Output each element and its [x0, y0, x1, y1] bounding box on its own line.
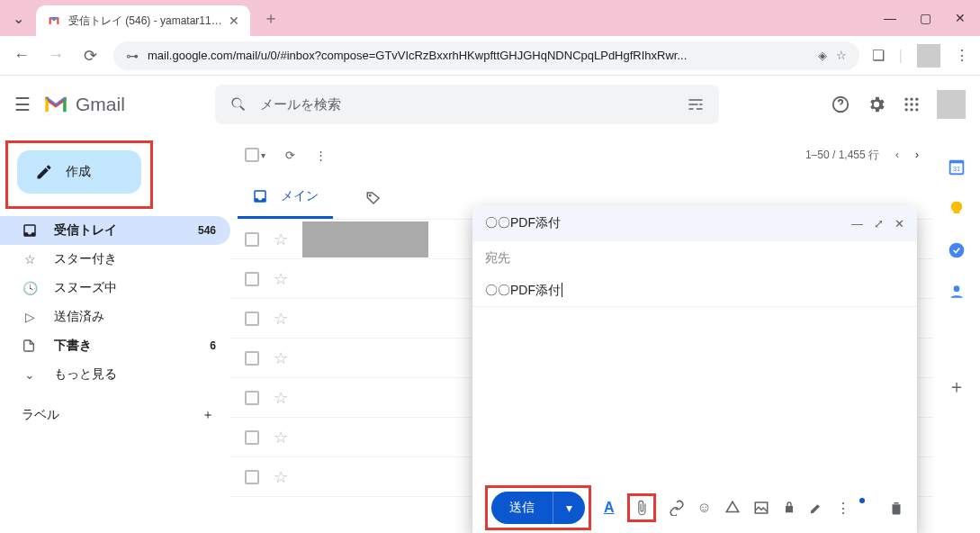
svg-point-6 — [915, 103, 918, 105]
sidebar-item-sent[interactable]: ▷ 送信済み — [0, 303, 230, 331]
sidebar-item-label: 受信トレイ — [54, 222, 117, 239]
page-prev-icon[interactable]: ‹ — [895, 149, 899, 161]
compose-body[interactable] — [472, 307, 917, 483]
sidebar-item-label: もっと見る — [54, 366, 117, 383]
address-bar[interactable]: ⊶ mail.google.com/mail/u/0/#inbox?compos… — [113, 41, 859, 70]
insert-link-icon[interactable] — [669, 500, 685, 516]
mail-preview — [302, 221, 428, 257]
sidebar-item-starred[interactable]: ☆ スター付き — [0, 245, 230, 274]
compose-to-field[interactable]: 宛先 — [472, 241, 917, 276]
tag-icon — [365, 190, 382, 206]
sidebar-item-label: 下書き — [54, 338, 92, 354]
gmail-wordmark: Gmail — [76, 94, 125, 115]
draft-count: 6 — [210, 339, 216, 352]
discard-draft-icon[interactable] — [888, 500, 904, 516]
insert-drive-icon[interactable] — [724, 500, 741, 516]
more-actions-icon[interactable]: ⋮ — [315, 149, 327, 162]
format-text-icon[interactable]: A — [604, 500, 615, 516]
account-avatar[interactable] — [937, 90, 966, 119]
nav-back-icon[interactable]: ← — [11, 46, 32, 65]
star-toggle-icon[interactable]: ☆ — [274, 269, 288, 289]
star-toggle-icon[interactable]: ☆ — [274, 428, 288, 447]
search-input[interactable]: メールを検索 — [215, 85, 719, 124]
tab-label: メイン — [281, 188, 319, 204]
tab-close-icon[interactable]: ✕ — [229, 14, 239, 28]
sidebar-item-inbox[interactable]: 受信トレイ 546 — [0, 216, 230, 245]
insert-emoji-icon[interactable]: ☺ — [697, 500, 712, 516]
svg-point-10 — [370, 194, 372, 196]
tab-primary[interactable]: メイン — [238, 176, 333, 219]
window-minimize-icon[interactable]: — — [884, 11, 896, 25]
insert-photo-icon[interactable] — [753, 500, 769, 516]
labels-header: ラベル — [22, 407, 59, 423]
page-next-icon[interactable]: › — [915, 149, 919, 161]
sidebar-item-label: スター付き — [54, 251, 117, 267]
svg-point-15 — [954, 285, 960, 292]
keep-addon-icon[interactable] — [948, 200, 966, 218]
compose-subject-field[interactable]: 〇〇PDF添付 — [472, 276, 917, 307]
new-tab-button[interactable]: ＋ — [263, 7, 279, 29]
send-options-dropdown[interactable]: ▾ — [553, 501, 585, 515]
browser-tab[interactable]: 受信トレイ (546) - yamatar1111© ✕ — [36, 5, 250, 36]
compose-more-icon[interactable]: ⋮ — [836, 500, 850, 517]
compose-minimize-icon[interactable]: — — [851, 217, 863, 230]
settings-gear-icon[interactable] — [867, 95, 886, 114]
svg-text:31: 31 — [953, 165, 960, 173]
compose-button[interactable]: 作成 — [17, 150, 141, 194]
svg-point-4 — [905, 103, 908, 105]
page-range: 1–50 / 1,455 行 — [805, 148, 879, 163]
support-icon[interactable] — [831, 95, 850, 114]
url-text: mail.google.com/mail/u/0/#inbox?compose=… — [148, 49, 809, 62]
tasks-addon-icon[interactable] — [948, 241, 966, 259]
apps-grid-icon[interactable] — [903, 95, 921, 113]
nav-reload-icon[interactable]: ⟳ — [79, 46, 101, 66]
gmail-favicon — [47, 14, 61, 28]
calendar-addon-icon[interactable]: 31 — [947, 157, 967, 176]
window-close-icon[interactable]: ✕ — [955, 11, 966, 25]
extensions-icon[interactable]: ❏ — [872, 47, 885, 64]
svg-point-14 — [949, 243, 965, 258]
sidebar-item-snoozed[interactable]: 🕓 スヌーズ中 — [0, 274, 230, 303]
window-maximize-icon[interactable]: ▢ — [920, 11, 931, 25]
browser-profile-avatar[interactable] — [917, 44, 940, 68]
lens-icon[interactable]: ◈ — [818, 49, 827, 62]
search-placeholder: メールを検索 — [260, 96, 341, 113]
star-toggle-icon[interactable]: ☆ — [274, 230, 288, 249]
addons-plus-icon[interactable]: ＋ — [948, 375, 966, 399]
svg-point-8 — [910, 108, 913, 111]
tab-title: 受信トレイ (546) - yamatar1111© — [68, 14, 223, 29]
clock-icon: 🕓 — [22, 281, 38, 295]
compose-title: 〇〇PDF添付 — [485, 215, 561, 231]
refresh-icon[interactable]: ⟳ — [285, 149, 295, 162]
gmail-logo[interactable]: Gmail — [43, 94, 125, 115]
hamburger-menu-icon[interactable]: ☰ — [14, 94, 31, 115]
insert-signature-icon[interactable] — [809, 501, 823, 515]
browser-menu-icon[interactable]: ⋮ — [955, 47, 969, 64]
tab-promotions[interactable] — [351, 176, 396, 219]
star-toggle-icon[interactable]: ☆ — [274, 309, 288, 329]
bookmark-star-icon[interactable]: ☆ — [836, 49, 847, 62]
svg-point-7 — [905, 108, 908, 111]
sidebar-item-drafts[interactable]: 下書き 6 — [0, 331, 230, 360]
contacts-addon-icon[interactable] — [948, 283, 966, 301]
inbox-icon — [22, 222, 38, 239]
select-all-checkbox[interactable]: ▾ — [245, 148, 265, 162]
attach-file-icon[interactable] — [634, 500, 650, 516]
send-icon: ▷ — [22, 310, 38, 324]
send-button[interactable]: 送信 — [491, 492, 553, 524]
star-toggle-icon[interactable]: ☆ — [274, 388, 288, 408]
add-label-icon[interactable]: ＋ — [202, 407, 214, 423]
svg-point-2 — [910, 98, 913, 101]
search-options-icon[interactable] — [687, 95, 705, 113]
compose-fullscreen-icon[interactable]: ⤢ — [874, 217, 884, 230]
nav-forward-icon[interactable]: → — [45, 46, 67, 65]
compose-close-icon[interactable]: ✕ — [895, 217, 904, 230]
sidebar-item-more[interactable]: ⌄ もっと見る — [0, 360, 230, 389]
star-toggle-icon[interactable]: ☆ — [274, 348, 288, 368]
star-toggle-icon[interactable]: ☆ — [274, 467, 288, 487]
svg-point-5 — [910, 103, 913, 105]
confidential-mode-icon[interactable] — [782, 501, 796, 515]
sidebar-item-label: 送信済み — [54, 309, 104, 325]
tab-list-dropdown[interactable]: ⌄ — [7, 7, 29, 29]
site-info-icon[interactable]: ⊶ — [126, 49, 139, 63]
